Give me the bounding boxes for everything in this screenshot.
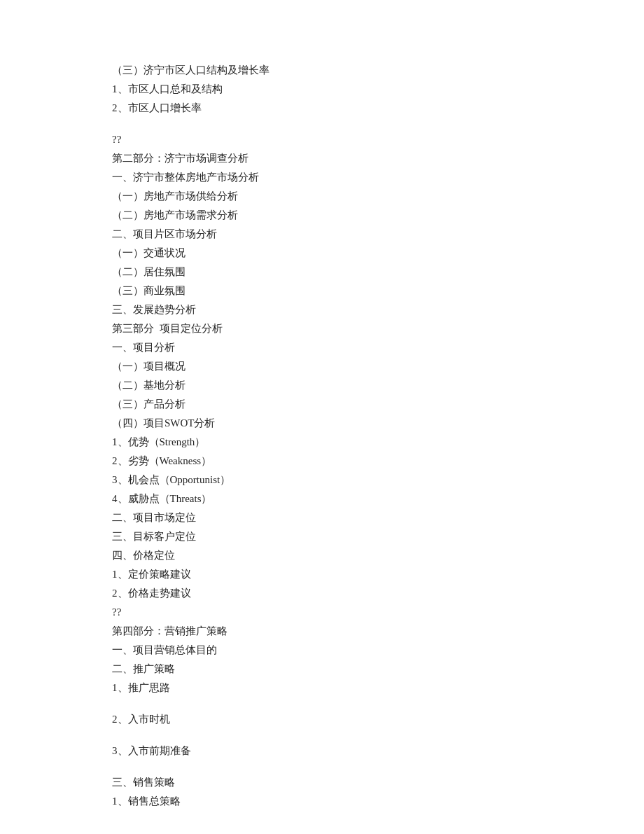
text-line-line19: （三）产品分析 xyxy=(112,395,532,414)
text-line-line1: （三）济宁市区人口结构及增长率 xyxy=(112,61,532,80)
text-line-line6: 第二部分：济宁市场调查分析 xyxy=(112,149,532,168)
text-line-line41: 1、销售总策略 xyxy=(112,792,532,811)
text-line-line21: 1、优势（Strength） xyxy=(112,433,532,452)
text-line-line36: 2、入市时机 xyxy=(112,710,532,729)
text-line-line34: 1、推广思路 xyxy=(112,679,532,697)
text-line-line31: 第四部分：营销推广策略 xyxy=(112,622,532,641)
text-line-line7: 一、济宁市整体房地产市场分析 xyxy=(112,168,532,187)
text-line-line3: 2、市区人口增长率 xyxy=(112,99,532,118)
empty-line xyxy=(112,760,532,773)
text-line-line10: 二、项目片区市场分析 xyxy=(112,225,532,244)
text-line-line14: 三、发展趋势分析 xyxy=(112,300,532,319)
empty-line xyxy=(112,729,532,742)
text-line-line40: 三、销售策略 xyxy=(112,773,532,792)
text-line-line5: ?? xyxy=(112,130,532,149)
text-line-line32: 一、项目营销总体目的 xyxy=(112,641,532,660)
text-line-line17: （一）项目概况 xyxy=(112,357,532,376)
text-line-line27: 四、价格定位 xyxy=(112,546,532,565)
text-line-line15: 第三部分 项目定位分析 xyxy=(112,319,532,338)
text-line-line9: （二）房地产市场需求分析 xyxy=(112,206,532,225)
text-line-line29: 2、价格走势建议 xyxy=(112,584,532,603)
text-line-line24: 4、威胁点（Threats） xyxy=(112,489,532,508)
text-line-line38: 3、入市前期准备 xyxy=(112,742,532,760)
text-line-line2: 1、市区人口总和及结构 xyxy=(112,80,532,99)
empty-line xyxy=(112,697,532,710)
text-line-line20: （四）项目SWOT分析 xyxy=(112,414,532,433)
text-line-line30: ?? xyxy=(112,603,532,622)
document-content: （三）济宁市区人口结构及增长率1、市区人口总和及结构2、市区人口增长率??第二部… xyxy=(112,42,532,811)
text-line-line23: 3、机会点（Opportunist） xyxy=(112,471,532,489)
text-line-line11: （一）交通状况 xyxy=(112,244,532,263)
text-line-line22: 2、劣势（Weakness） xyxy=(112,452,532,471)
text-line-line13: （三）商业氛围 xyxy=(112,282,532,300)
text-line-line12: （二）居住氛围 xyxy=(112,263,532,282)
text-line-line33: 二、推广策略 xyxy=(112,660,532,679)
text-line-line25: 二、项目市场定位 xyxy=(112,508,532,527)
text-line-line16: 一、项目分析 xyxy=(112,338,532,357)
text-line-line28: 1、定价策略建议 xyxy=(112,565,532,584)
text-line-line26: 三、目标客户定位 xyxy=(112,527,532,546)
text-line-line8: （一）房地产市场供给分析 xyxy=(112,187,532,206)
text-line-line18: （二）基地分析 xyxy=(112,376,532,395)
empty-line xyxy=(112,118,532,130)
